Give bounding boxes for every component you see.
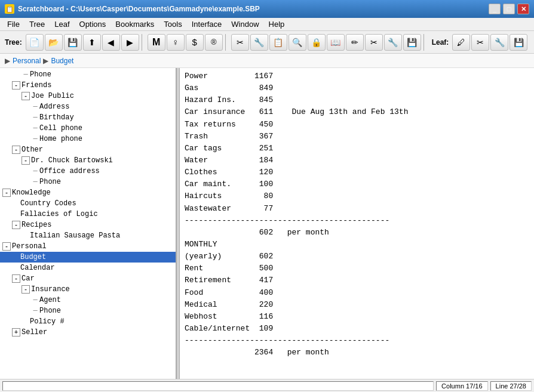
toolbar-registered-btn[interactable]: ® xyxy=(205,34,223,51)
tree-item-fallacies[interactable]: Fallacies of Logic xyxy=(0,209,176,220)
tree-item-friends[interactable]: - Friends xyxy=(0,80,176,91)
content-line: Hazard Ins. 845 xyxy=(185,94,529,106)
toolbar-m-btn[interactable]: M xyxy=(148,34,165,51)
minimize-button[interactable]: _ xyxy=(489,4,501,14)
tree-expander-car[interactable]: - xyxy=(12,274,20,283)
tree-expander-personal[interactable]: - xyxy=(2,242,11,251)
tree-item-agent[interactable]: — Agent xyxy=(0,295,176,305)
toolbar-book-btn[interactable]: 📖 xyxy=(327,34,345,51)
tree-expander-other[interactable]: - xyxy=(12,146,20,154)
tree-item-dr-phone[interactable]: — Phone xyxy=(0,177,176,187)
content-line: ----------------------------------------… xyxy=(185,215,529,227)
tree-item-address[interactable]: — Address xyxy=(0,101,176,112)
tree-item-recipes[interactable]: - Recipes xyxy=(0,220,176,230)
tree-dash-address: — xyxy=(31,103,39,111)
tree-item-birthday[interactable]: — Birthday xyxy=(0,112,176,123)
content-line: Haircuts 80 xyxy=(185,190,529,202)
tree-expander-knowledge[interactable]: - xyxy=(2,189,11,197)
toolbar-female-btn[interactable]: ♀ xyxy=(167,34,185,51)
tree-expander-insurance[interactable]: - xyxy=(22,285,30,294)
toolbar-up-btn[interactable]: ⬆ xyxy=(83,34,101,51)
tree-label-phone: Phone xyxy=(30,70,51,79)
toolbar-cut-btn[interactable]: ✂ xyxy=(231,34,249,51)
tree-item-country-codes[interactable]: Country Codes xyxy=(0,198,176,209)
menu-item-options[interactable]: Options xyxy=(75,19,111,29)
toolbar-edit-btn[interactable]: ✏ xyxy=(346,34,364,51)
toolbar-save-btn[interactable]: 💾 xyxy=(64,34,82,51)
menu-item-leaf[interactable]: Leaf xyxy=(50,19,74,29)
breadcrumb-personal[interactable]: Personal xyxy=(13,57,41,65)
tree-label-policy: Policy # xyxy=(30,317,65,326)
tree-expander-dr-chuck[interactable]: - xyxy=(22,156,30,165)
tree-expander-recipes[interactable]: - xyxy=(12,221,20,229)
close-button[interactable]: ✕ xyxy=(517,4,529,14)
tree-expander-friends[interactable]: - xyxy=(12,81,20,89)
tree-pane[interactable]: — Phone- Friends- Joe Public— Address— B… xyxy=(0,68,176,379)
toolbar-save2-btn[interactable]: 💾 xyxy=(403,34,421,51)
menu-item-file[interactable]: File xyxy=(2,19,24,29)
tree-item-dr-chuck[interactable]: - Dr. Chuck Bartowski xyxy=(0,155,176,166)
leaf-edit-btn[interactable]: 🖊 xyxy=(452,34,470,51)
toolbar-tool-btn[interactable]: 🔧 xyxy=(250,34,268,51)
toolbar-back-btn[interactable]: ◀ xyxy=(102,34,120,51)
content-line: (yearly) 602 xyxy=(185,251,529,263)
content-line: Car tags 251 xyxy=(185,143,529,155)
tree-item-policy[interactable]: Policy # xyxy=(0,316,176,327)
leaf-label: Leaf: xyxy=(432,38,449,47)
maximize-button[interactable]: □ xyxy=(503,4,515,14)
toolbar-tool2-btn[interactable]: 🔧 xyxy=(384,34,402,51)
tree-item-calendar[interactable]: Calendar xyxy=(0,263,176,273)
tree-label-calendar: Calendar xyxy=(20,264,55,272)
tree-item-insurance[interactable]: - Insurance xyxy=(0,284,176,295)
menu-item-window[interactable]: Window xyxy=(226,19,263,29)
tree-dash-birthday: — xyxy=(31,113,39,122)
toolbar-dollar-btn[interactable]: $ xyxy=(186,34,204,51)
tree-item-car[interactable]: - Car xyxy=(0,273,176,284)
tree-expander-seller[interactable]: + xyxy=(12,328,20,337)
breadcrumb-arrow: ▶ xyxy=(5,57,10,65)
toolbar-lock-btn[interactable]: 🔒 xyxy=(308,34,326,51)
menu-item-tools[interactable]: Tools xyxy=(159,19,186,29)
tree-label: Tree: xyxy=(5,38,22,47)
tree-label-car: Car xyxy=(22,274,35,283)
title-bar-controls: _ □ ✕ xyxy=(489,4,529,14)
tree-item-knowledge[interactable]: - Knowledge xyxy=(0,187,176,198)
tree-item-cell-phone[interactable]: — Cell phone xyxy=(0,123,176,134)
tree-item-office-address[interactable]: — Office address xyxy=(0,166,176,177)
menu-item-bookmarks[interactable]: Bookmarks xyxy=(111,19,159,29)
toolbar-copy-btn[interactable]: 📋 xyxy=(269,34,287,51)
menu-item-tree[interactable]: Tree xyxy=(24,19,50,29)
tree-item-joe-public[interactable]: - Joe Public xyxy=(0,91,176,101)
content-line: Webhost 116 xyxy=(185,311,529,323)
tree-item-ins-phone[interactable]: — Phone xyxy=(0,305,176,316)
tree-label-home-phone: Home phone xyxy=(39,135,82,143)
menu-bar: FileTreeLeafOptionsBookmarksToolsInterfa… xyxy=(0,18,534,31)
tree-item-other[interactable]: - Other xyxy=(0,144,176,155)
tree-item-phone[interactable]: — Phone xyxy=(0,69,176,80)
tree-item-personal[interactable]: - Personal xyxy=(0,241,176,252)
tree-label-insurance: Insurance xyxy=(31,285,70,294)
tree-expander-joe-public[interactable]: - xyxy=(22,92,30,100)
content-pane[interactable]: Power 1167Gas 849Hazard Ins. 845Car insu… xyxy=(180,68,534,379)
content-line: Wastewater 77 xyxy=(185,203,529,215)
leaf-save-btn[interactable]: 💾 xyxy=(510,34,527,51)
toolbar-forward-btn[interactable]: ▶ xyxy=(121,34,139,51)
content-line: Medical 220 xyxy=(185,299,529,311)
toolbar-new-btn[interactable]: 📄 xyxy=(26,34,44,51)
tree-item-seller[interactable]: + Seller xyxy=(0,327,176,338)
leaf-cut-btn[interactable]: ✂ xyxy=(471,34,489,51)
toolbar-search-btn[interactable]: 🔍 xyxy=(289,34,306,51)
menu-item-interface[interactable]: Interface xyxy=(187,19,227,29)
tree-item-home-phone[interactable]: — Home phone xyxy=(0,134,176,144)
breadcrumb-budget[interactable]: Budget xyxy=(51,57,73,65)
toolbar-separator-3 xyxy=(423,34,427,51)
toolbar-open-btn[interactable]: 📂 xyxy=(45,34,63,51)
status-input[interactable] xyxy=(2,381,434,391)
leaf-tool-btn[interactable]: 🔧 xyxy=(490,34,508,51)
tree-item-italian-sausage[interactable]: Italian Sausage Pasta xyxy=(0,230,176,241)
tree-label-cell-phone: Cell phone xyxy=(39,124,82,132)
menu-item-help[interactable]: Help xyxy=(264,19,290,29)
tree-item-budget[interactable]: Budget xyxy=(0,252,176,263)
content-line: Water 184 xyxy=(185,155,529,166)
toolbar-cut2-btn[interactable]: ✂ xyxy=(365,34,383,51)
